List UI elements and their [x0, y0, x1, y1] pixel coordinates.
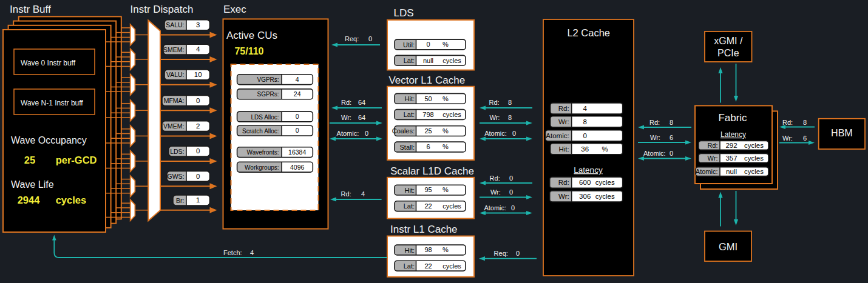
svg-text:Atomic:: Atomic:: [696, 168, 718, 175]
svg-text:0: 0: [509, 175, 513, 182]
svg-text:4096: 4096: [290, 164, 305, 171]
svg-text:Wave Occupancy: Wave Occupancy: [11, 135, 87, 145]
svg-text:6: 6: [670, 134, 673, 141]
svg-text:L2 Cache: L2 Cache: [567, 27, 610, 38]
svg-text:GMI: GMI: [719, 241, 737, 252]
svg-text:0: 0: [583, 132, 586, 139]
svg-text:cycles: cycles: [56, 195, 86, 205]
svg-text:Lat:: Lat:: [404, 57, 415, 64]
svg-text:Rd:: Rd:: [490, 175, 500, 182]
svg-text:Wr:: Wr:: [650, 134, 660, 141]
svg-text:4: 4: [196, 45, 200, 53]
svg-text:Atomic:: Atomic:: [337, 130, 359, 137]
svg-text:VMEM:: VMEM:: [163, 122, 184, 130]
svg-text:292: 292: [725, 142, 737, 149]
svg-text:8: 8: [508, 114, 512, 121]
svg-text:0: 0: [509, 188, 513, 196]
svg-text:24: 24: [294, 90, 301, 98]
svg-text:Workgroups:: Workgroups:: [245, 164, 279, 171]
svg-text:3: 3: [196, 21, 200, 28]
svg-text:Rd:: Rd:: [649, 119, 660, 126]
svg-text:cycles: cycles: [442, 111, 461, 118]
svg-text:PCIe: PCIe: [717, 48, 739, 58]
svg-text:Instr Dispatch: Instr Dispatch: [131, 4, 194, 15]
svg-text:16384: 16384: [288, 148, 306, 156]
svg-text:10: 10: [194, 71, 202, 78]
svg-text:Rd:: Rd:: [707, 142, 717, 149]
svg-text:SGPRs:: SGPRs:: [257, 91, 279, 98]
svg-text:8: 8: [583, 118, 586, 125]
svg-text:Wave N-1 Instr buff: Wave N-1 Instr buff: [21, 99, 83, 107]
svg-text:%: %: [442, 41, 449, 48]
svg-text:Lat:: Lat:: [404, 262, 415, 270]
svg-text:36: 36: [581, 145, 589, 153]
svg-text:null: null: [423, 57, 433, 64]
svg-text:75/110: 75/110: [234, 46, 263, 56]
svg-text:0: 0: [426, 41, 430, 48]
svg-text:SMEM:: SMEM:: [163, 46, 184, 53]
svg-text:22: 22: [424, 202, 432, 210]
svg-text:%: %: [442, 95, 449, 102]
svg-text:VALU:: VALU:: [166, 71, 185, 78]
svg-text:0: 0: [296, 127, 299, 134]
svg-text:0: 0: [670, 150, 673, 157]
svg-text:MFMA:: MFMA:: [164, 97, 185, 104]
svg-text:Scalar L1D Cache: Scalar L1D Cache: [390, 165, 474, 177]
svg-text:798: 798: [422, 111, 433, 118]
svg-text:Hit:: Hit:: [405, 247, 415, 254]
svg-text:%: %: [442, 127, 449, 135]
svg-text:Scratch Alloc:: Scratch Alloc:: [242, 128, 279, 135]
svg-text:Atomic:: Atomic:: [484, 204, 506, 211]
svg-text:8: 8: [508, 99, 512, 106]
svg-text:8: 8: [803, 119, 807, 126]
svg-text:4: 4: [296, 76, 299, 83]
svg-text:Hit:: Hit:: [558, 145, 569, 153]
svg-text:per-GCD: per-GCD: [56, 155, 97, 165]
svg-text:Instr L1 Cache: Instr L1 Cache: [390, 224, 458, 235]
svg-text:4: 4: [583, 105, 587, 112]
svg-text:Wr:: Wr:: [558, 193, 569, 200]
svg-text:LDS:: LDS:: [170, 148, 184, 155]
svg-text:Rd:: Rd:: [782, 119, 793, 126]
svg-text:GWS:: GWS:: [168, 173, 185, 180]
svg-text:Wr:: Wr:: [490, 188, 501, 196]
svg-text:0: 0: [196, 173, 200, 180]
svg-text:0: 0: [512, 130, 516, 137]
svg-text:1: 1: [196, 196, 200, 204]
svg-text:Latency: Latency: [574, 165, 603, 175]
svg-text:Wavefronts:: Wavefronts:: [247, 149, 279, 156]
svg-text:cycles: cycles: [442, 202, 461, 210]
svg-text:2: 2: [196, 122, 200, 130]
svg-text:4: 4: [361, 190, 365, 198]
svg-text:0: 0: [196, 147, 200, 155]
svg-text:8: 8: [670, 119, 673, 126]
svg-text:0: 0: [296, 113, 299, 120]
svg-text:xGMI /: xGMI /: [714, 36, 743, 46]
svg-text:cycles: cycles: [595, 193, 615, 200]
svg-text:cycles: cycles: [744, 142, 764, 149]
svg-text:Lat:: Lat:: [404, 111, 415, 118]
svg-text:22: 22: [424, 262, 432, 270]
svg-text:cycles: cycles: [442, 57, 461, 64]
svg-text:Latency: Latency: [721, 130, 746, 139]
svg-text:Hit:: Hit:: [405, 187, 415, 194]
svg-text:null: null: [726, 168, 737, 175]
svg-text:6: 6: [803, 135, 807, 142]
svg-text:Wr:: Wr:: [708, 155, 718, 162]
svg-text:Rd:: Rd:: [558, 179, 569, 186]
svg-text:6: 6: [426, 143, 430, 150]
svg-text:64: 64: [358, 99, 365, 106]
svg-text:Req:: Req:: [494, 250, 508, 257]
svg-text:0: 0: [365, 130, 368, 137]
svg-text:Atomic:: Atomic:: [484, 130, 507, 137]
svg-text:2944: 2944: [18, 195, 41, 205]
svg-text:Fabric: Fabric: [718, 112, 747, 124]
svg-text:0: 0: [196, 97, 200, 104]
svg-text:Wr:: Wr:: [341, 114, 351, 121]
svg-text:Req:: Req:: [345, 35, 359, 42]
svg-text:Wave Life: Wave Life: [11, 179, 54, 190]
svg-text:95: 95: [424, 186, 432, 193]
svg-text:Stall:: Stall:: [400, 144, 415, 151]
svg-text:%: %: [442, 143, 449, 150]
svg-text:50: 50: [424, 95, 432, 102]
